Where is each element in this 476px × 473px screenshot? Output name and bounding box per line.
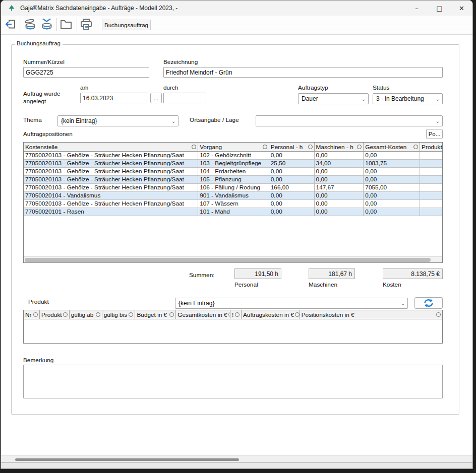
- produkt-table-header: NrProduktgültig abgültig bisBudget in €G…: [24, 310, 442, 319]
- sort-filter-icon[interactable]: [235, 312, 240, 317]
- status-bar: [1, 462, 472, 469]
- table-cell: 0,00: [315, 200, 364, 208]
- thema-label: Thema: [23, 116, 42, 123]
- column-header[interactable]: Produkt: [40, 310, 70, 319]
- thema-value: {kein Eintrag}: [58, 117, 169, 124]
- ortsangabe-select[interactable]: ⌄: [256, 115, 443, 126]
- toolbar-separator: [77, 18, 77, 31]
- table-row[interactable]: 77050020104 - Vandalismus901 - Vandalism…: [24, 192, 442, 200]
- column-header[interactable]: gültig bis: [102, 310, 136, 319]
- status-select[interactable]: 3 - in Bearbeitung ⌄: [373, 93, 443, 104]
- column-header[interactable]: !: [230, 310, 242, 319]
- table-row[interactable]: 77050020103 - Gehölze - Sträucher Hecken…: [24, 152, 442, 160]
- scrollbar-thumb[interactable]: [15, 458, 239, 461]
- positions-table-hscrollbar[interactable]: [24, 256, 442, 262]
- durch-label: durch: [163, 84, 178, 91]
- window-hscrollbar[interactable]: [1, 455, 472, 462]
- column-header[interactable]: Nr: [24, 310, 40, 319]
- column-header[interactable]: Auftragskosten in €: [242, 310, 300, 319]
- sort-filter-icon[interactable]: [357, 145, 362, 149]
- chevron-down-icon: ⌄: [359, 96, 368, 102]
- table-cell: 106 - Fällung / Rodung: [198, 184, 269, 192]
- sort-filter-icon[interactable]: [129, 312, 133, 317]
- exit-button[interactable]: [3, 17, 18, 31]
- chevron-down-icon: ⌄: [169, 118, 178, 124]
- durch-input[interactable]: [163, 93, 206, 103]
- table-cell: 77050020103 - Gehölze - Sträucher Hecken…: [24, 200, 198, 208]
- open-folder-button[interactable]: [58, 17, 74, 31]
- toolbar-separator: [21, 18, 21, 31]
- auftragstyp-select[interactable]: Dauer ⌄: [298, 93, 369, 104]
- sort-filter-icon[interactable]: [263, 145, 267, 149]
- save-confirm-database-button[interactable]: [39, 17, 54, 31]
- minimize-button[interactable]: –: [405, 1, 428, 16]
- column-header-label: Positionskosten in €: [302, 311, 354, 318]
- table-row[interactable]: 77050020103 - Gehölze - Sträucher Hecken…: [24, 200, 442, 208]
- sort-filter-icon[interactable]: [308, 145, 313, 149]
- table-cell: 0,00: [269, 176, 315, 184]
- database-open-icon: [23, 18, 37, 31]
- sort-filter-icon[interactable]: [169, 312, 174, 317]
- column-header[interactable]: Budget in €: [135, 310, 176, 319]
- app-tree-icon: [8, 4, 16, 12]
- column-header-label: Produkt: [422, 144, 442, 151]
- po-button[interactable]: Po...: [426, 129, 443, 139]
- column-header-label: gültig ab: [71, 311, 94, 318]
- column-header[interactable]: Gesamt-Kosten: [364, 143, 420, 152]
- table-cell: 0,00: [364, 192, 420, 200]
- produkt-select[interactable]: {kein Eintrag} ⌄: [175, 298, 408, 309]
- table-row[interactable]: 77050020103 - Gehölze - Sträucher Hecken…: [24, 184, 442, 192]
- table-cell: 0,00: [269, 208, 315, 216]
- print-button[interactable]: [79, 17, 94, 31]
- summen-label: Summen:: [189, 272, 214, 279]
- column-header[interactable]: Gesamtkosten in €: [176, 310, 230, 319]
- table-cell: 77050020103 - Gehölze - Sträucher Hecken…: [24, 184, 198, 192]
- bezeichnung-input[interactable]: [163, 67, 443, 78]
- bemerkung-textarea[interactable]: [23, 365, 443, 398]
- maximize-button[interactable]: □: [428, 1, 451, 16]
- sort-filter-icon[interactable]: [295, 312, 300, 317]
- table-cell: 0,00: [315, 176, 364, 184]
- table-row[interactable]: 77050020103 - Gehölze - Sträucher Hecken…: [24, 176, 442, 184]
- table-cell: 1083,75: [364, 160, 420, 168]
- column-header[interactable]: Vorgang: [198, 143, 269, 152]
- column-header-label: Auftragskosten in €: [243, 311, 294, 318]
- content-divider: [1, 34, 472, 35]
- sort-filter-icon[interactable]: [96, 312, 100, 317]
- sort-filter-icon[interactable]: [192, 145, 196, 149]
- nummer-input[interactable]: [23, 67, 149, 78]
- table-row[interactable]: 77050020103 - Gehölze - Sträucher Hecken…: [24, 168, 442, 176]
- scrollbar-thumb[interactable]: [25, 258, 431, 262]
- sort-filter-icon[interactable]: [63, 312, 68, 317]
- column-header[interactable]: Produkt: [420, 143, 442, 152]
- refresh-button[interactable]: [414, 297, 443, 309]
- column-header-label: Maschinen - h: [316, 144, 353, 151]
- nummer-label: Nummer/Kürzel: [23, 58, 65, 65]
- date-browse-button[interactable]: ...: [150, 93, 162, 103]
- positions-table: KostenstelleVorgangPersonal - hMaschinen…: [23, 142, 443, 263]
- save-database-button[interactable]: [23, 17, 38, 31]
- table-cell: [420, 168, 442, 176]
- am-date-input[interactable]: [80, 93, 148, 103]
- sort-filter-icon[interactable]: [33, 312, 38, 317]
- sort-filter-icon[interactable]: [436, 312, 441, 317]
- column-header[interactable]: Kostenstelle: [24, 143, 198, 152]
- thema-select[interactable]: {kein Eintrag} ⌄: [57, 115, 178, 126]
- table-cell: 77050020103 - Gehölze - Sträucher Hecken…: [24, 176, 198, 184]
- database-check-icon: [40, 18, 54, 31]
- column-header[interactable]: Maschinen - h: [315, 143, 364, 152]
- tab-buchungsauftrag[interactable]: Buchungsauftrag: [102, 20, 151, 30]
- column-header[interactable]: Personal - h: [269, 143, 315, 152]
- column-header-label: Produkt: [41, 311, 62, 318]
- angelegt-label-line1: Auftrag wurde: [23, 90, 60, 97]
- summe-personal-label: Personal: [234, 281, 258, 288]
- table-row[interactable]: 77050020101 - Rasen101 - Mahd0,000,000,0…: [24, 208, 442, 216]
- table-cell: [420, 200, 442, 208]
- column-header[interactable]: Positionskosten in €: [300, 310, 442, 319]
- table-cell: [420, 184, 442, 192]
- table-cell: 107 - Wässern: [198, 200, 269, 208]
- column-header[interactable]: gültig ab: [70, 310, 102, 319]
- table-row[interactable]: 77050020103 - Gehölze - Sträucher Hecken…: [24, 160, 442, 168]
- sort-filter-icon[interactable]: [413, 145, 418, 149]
- close-button[interactable]: ✕: [451, 1, 472, 16]
